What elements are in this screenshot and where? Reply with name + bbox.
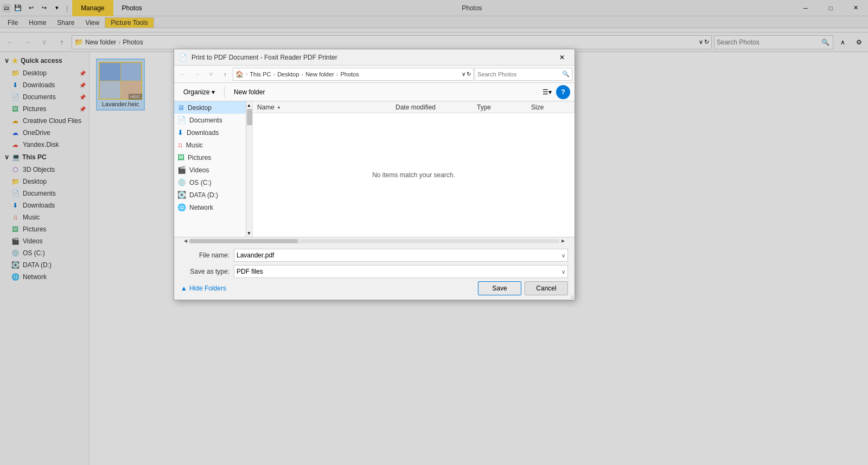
dialog-sidebar-music[interactable]: ♫ Music [174, 139, 246, 151]
dialog-documents-label: Documents [189, 117, 222, 124]
dialog-organize-btn[interactable]: Organize ▾ [178, 86, 220, 98]
dialog-search-icon[interactable]: 🔍 [562, 70, 570, 78]
dialog-bottom: File name: ∨ Save as type: PDF files ∨ ▲… [174, 244, 575, 300]
dialog-dropdown-btn[interactable]: ∨ [205, 68, 218, 81]
dialog-col-type[interactable]: Type [475, 104, 529, 111]
dialog-desktop-label: Desktop [188, 104, 212, 112]
dialog-pictures-icon: 🖼 [177, 153, 184, 162]
dialog-content: 🖥 Desktop 📄 Documents ⬇ Downloads ♫ Musi… [174, 101, 575, 237]
filename-label: File name: [181, 251, 229, 259]
dialog-videos-icon: 🎬 [177, 166, 186, 174]
hscroll-left-btn[interactable]: ◀ [182, 237, 189, 245]
dialog-col-size[interactable]: Size [529, 104, 572, 111]
dialog-videos-label: Videos [189, 166, 209, 174]
dialog-network-label: Network [189, 204, 213, 211]
dialog-sidebar-scroll-up[interactable]: ▲ [246, 101, 252, 109]
filename-dropdown-arrow[interactable]: ∨ [561, 253, 565, 259]
print-to-pdf-dialog: 📄 Print to PDF Document - Foxit Reader P… [174, 49, 575, 300]
dialog-overlay: 📄 Print to PDF Document - Foxit Reader P… [0, 0, 868, 465]
dialog-addr-sep0: › [246, 71, 247, 77]
col-type-label: Type [477, 104, 491, 111]
dialog-addr-sep2: › [302, 71, 304, 78]
dialog-close-btn[interactable]: ✕ [554, 50, 570, 65]
dialog-search-bar: 🔍 [475, 68, 572, 81]
dialog-forward-btn[interactable]: → [190, 68, 203, 81]
dialog-pictures-label: Pictures [188, 154, 211, 162]
dialog-new-folder-btn[interactable]: New folder [229, 86, 270, 98]
dialog-downloads-icon: ⬇ [177, 128, 183, 137]
dialog-network-icon: 🌐 [177, 203, 186, 211]
hide-folders-arrow-icon: ▲ [181, 285, 187, 292]
dialog-datad-icon: 💽 [177, 191, 186, 199]
dialog-help-btn[interactable]: ? [556, 85, 570, 99]
dialog-addr-sep1: › [273, 71, 275, 78]
dialog-actions: ▲ Hide Folders Save Cancel [181, 281, 568, 295]
dialog-downloads-label: Downloads [187, 129, 219, 137]
dialog-toolbar: Organize ▾ New folder ☰▾ ? [174, 83, 575, 101]
dialog-addr-desktop[interactable]: Desktop [277, 71, 299, 78]
dialog-col-date[interactable]: Date modified [393, 104, 475, 111]
dialog-sidebar-network[interactable]: 🌐 Network [174, 201, 246, 214]
col-date-label: Date modified [395, 104, 436, 111]
savetype-label: Save as type: [181, 268, 229, 275]
toolbar-separator [224, 87, 225, 98]
dialog-pdf-icon: 📄 [178, 53, 187, 62]
dialog-osc-icon: 💿 [177, 178, 186, 186]
col-name-sort: ▲ [277, 105, 281, 109]
dialog-sidebar: 🖥 Desktop 📄 Documents ⬇ Downloads ♫ Musi… [174, 101, 253, 237]
hscroll-right-btn[interactable]: ▶ [559, 237, 567, 245]
dialog-sidebar-scroll-thumb[interactable] [247, 109, 252, 125]
savetype-dropdown-arrow: ∨ [561, 269, 565, 275]
dialog-addr-dropdown[interactable]: ∨ [462, 71, 465, 77]
dialog-resize-handle[interactable]: ⟀ [568, 293, 575, 300]
col-name-label: Name [257, 104, 275, 111]
dialog-nav-bar: ← → ∨ ↑ 🏠 › This PC › Desktop › New fold… [174, 66, 575, 83]
filename-row: File name: ∨ [181, 249, 568, 262]
filename-input[interactable] [237, 251, 561, 259]
hide-folders-label: Hide Folders [189, 285, 226, 292]
dialog-addr-sep3: › [336, 71, 339, 78]
organize-label: Organize [183, 88, 210, 96]
savetype-value: PDF files [237, 268, 263, 275]
dialog-addr-newfolder[interactable]: New folder [305, 71, 334, 78]
dialog-title-text: Print to PDF Document - Foxit Reader PDF… [192, 54, 550, 61]
dialog-cancel-btn[interactable]: Cancel [525, 281, 568, 295]
dialog-sidebar-scroll-down[interactable]: ▼ [246, 229, 252, 237]
col-size-label: Size [531, 104, 544, 111]
dialog-toolbar-right: ☰▾ ? [540, 85, 570, 99]
dialog-titlebar: 📄 Print to PDF Document - Foxit Reader P… [174, 49, 575, 66]
dialog-sidebar-datad[interactable]: 💽 DATA (D:) [174, 189, 246, 201]
organize-arrow-icon: ▾ [212, 88, 215, 96]
dialog-sidebar-pictures[interactable]: 🖼 Pictures [174, 151, 246, 164]
dialog-datad-label: DATA (D:) [189, 191, 218, 199]
dialog-sidebar-desktop[interactable]: 🖥 Desktop [174, 101, 246, 114]
dialog-address-bar[interactable]: 🏠 › This PC › Desktop › New folder › Pho… [233, 68, 474, 81]
dialog-up-btn[interactable]: ↑ [219, 68, 232, 81]
dialog-sidebar-documents[interactable]: 📄 Documents [174, 114, 246, 126]
dialog-sidebar-osc[interactable]: 💿 OS (C:) [174, 176, 246, 189]
dialog-music-icon: ♫ [177, 141, 183, 149]
dialog-music-label: Music [186, 141, 203, 149]
dialog-save-btn[interactable]: Save [478, 281, 521, 295]
dialog-hscroll: ◀ ▶ [174, 237, 575, 244]
dialog-file-header: Name ▲ Date modified Type Size [253, 101, 575, 113]
dialog-desktop-icon: 🖥 [177, 104, 184, 112]
hide-folders-btn[interactable]: ▲ Hide Folders [181, 285, 226, 292]
dialog-osc-label: OS (C:) [189, 179, 212, 186]
dialog-addr-thispc[interactable]: This PC [250, 71, 271, 78]
filename-input-container: ∨ [234, 249, 568, 262]
dialog-sidebar-scrollbar: ▲ ▼ [246, 101, 252, 237]
dialog-col-name[interactable]: Name ▲ [255, 104, 393, 111]
dialog-search-input[interactable] [477, 71, 562, 78]
dialog-documents-icon: 📄 [177, 116, 186, 124]
dialog-file-area: Name ▲ Date modified Type Size No item [253, 101, 575, 237]
dialog-sidebar-videos[interactable]: 🎬 Videos [174, 164, 246, 176]
savetype-dropdown[interactable]: PDF files ∨ [234, 265, 568, 278]
hscroll-thumb[interactable] [189, 239, 298, 243]
dialog-sidebar-downloads[interactable]: ⬇ Downloads [174, 126, 246, 139]
dialog-addr-controls: ∨ ↻ [462, 71, 471, 77]
dialog-addr-refresh[interactable]: ↻ [467, 71, 471, 77]
dialog-view-btn[interactable]: ☰▾ [540, 85, 554, 99]
dialog-back-btn[interactable]: ← [176, 68, 189, 81]
dialog-addr-photos[interactable]: Photos [340, 71, 359, 78]
